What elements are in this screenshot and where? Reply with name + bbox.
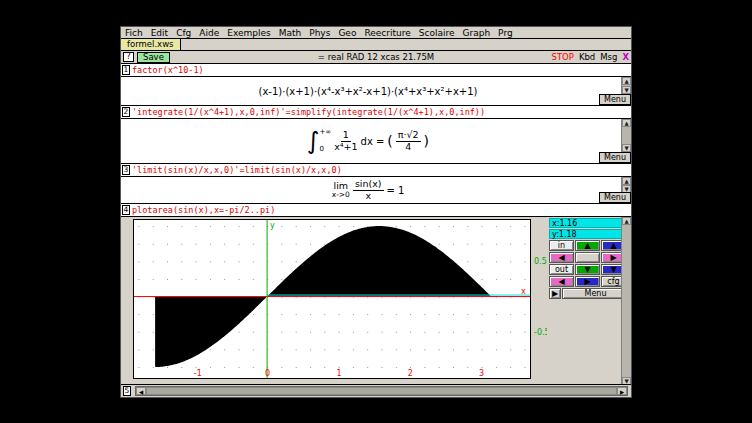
menu-graph[interactable]: Graph (463, 28, 491, 38)
entry-2-menu-button[interactable]: Menu (599, 152, 631, 163)
limit-expression: lim x->0 (332, 181, 350, 199)
limit-numerator: sin(x) (353, 179, 384, 191)
scroll-up-icon[interactable]: ▲ (622, 177, 631, 185)
entry-4-input[interactable]: plotarea(sin(x),x=-pi/2..pi) (132, 205, 275, 215)
menu-math[interactable]: Math (279, 28, 302, 38)
menu-prg[interactable]: Prg (498, 28, 513, 38)
equals-sign: = (387, 185, 395, 196)
integrand-fraction: 1 x⁴+1 (334, 130, 357, 153)
cursor-y-readout: y:1.18 (549, 229, 629, 239)
menu-geo[interactable]: Geo (338, 28, 356, 38)
cursor-x-readout: x:1.16 (549, 218, 629, 228)
entry-1-scrollbar[interactable]: ▲ ▼ (621, 77, 631, 94)
animate-button[interactable]: ▶ (549, 288, 561, 299)
right-paren: ) (424, 133, 429, 149)
menu-edit[interactable]: Edit (151, 28, 168, 38)
menu-exemples[interactable]: Exemples (227, 28, 270, 38)
toolbar-right-group: STOP Kbd Msg X (551, 52, 629, 62)
zoom-in-button[interactable]: in (549, 240, 574, 251)
svg-text:1: 1 (336, 369, 341, 378)
scroll-up-icon[interactable]: ▲ (622, 217, 631, 225)
result-fraction: π·√2 4 (396, 130, 421, 153)
pan-left-button[interactable]: ◀ (549, 252, 574, 263)
scroll-right-icon[interactable]: ▶ (617, 387, 627, 395)
entry-4-plot-block: -101230.5-0.5xy x:1.16 y:1.18 in ▲ ▲ ◀ ▶… (121, 216, 631, 384)
msg-button[interactable]: Msg (600, 52, 617, 62)
tab-bar: formel.xws (121, 39, 631, 51)
scroll-down-icon[interactable]: ▼ (622, 86, 631, 94)
pad-row-5: ▶ Menu (549, 288, 629, 299)
graph-menu-button[interactable]: Menu (562, 288, 629, 299)
scroll-thumb[interactable] (146, 387, 617, 395)
entry-2-result-block: ∫ +∞ 0 1 x⁴+1 dx = ( π·√2 4 ) (121, 118, 631, 164)
integrand-denominator: x⁴+1 (334, 142, 357, 153)
scroll-up-icon[interactable]: ▲ (622, 119, 631, 127)
menu-phys[interactable]: Phys (309, 28, 330, 38)
session-entries: 1 factor(x^10-1) (x-1)·(x+1)·(x⁴-x³+x²-x… (121, 64, 631, 384)
session-horizontal-scrollbar[interactable]: ◀ ▶ (135, 386, 628, 396)
pad-row-2: ◀ ▶ (549, 252, 629, 263)
stop-button[interactable]: STOP (551, 52, 573, 62)
entry-3-head: 3 'limit(sin(x)/x,x,0)'=limit(sin(x)/x,x… (121, 164, 631, 176)
close-button[interactable]: X (622, 52, 629, 62)
limit-denominator: x (365, 191, 371, 202)
menu-cfg[interactable]: Cfg (176, 28, 191, 38)
scroll-down-icon[interactable]: ▼ (622, 144, 631, 152)
svg-text:y: y (270, 221, 275, 230)
lim-approach: x->0 (332, 191, 350, 199)
menu-bar: Fich Edit Cfg Aide Exemples Math Phys Ge… (121, 27, 631, 39)
bottom-bar: 5 ◀ ▶ (121, 384, 631, 397)
scroll-track[interactable] (622, 225, 631, 377)
entry-4-scrollbar[interactable]: ▲ ▼ (621, 217, 631, 384)
svg-text:0: 0 (265, 369, 270, 378)
entry-1-input[interactable]: factor(x^10-1) (132, 65, 204, 75)
left-paren: ( (387, 133, 392, 149)
scroll-track[interactable] (622, 127, 631, 144)
xcas-window: Fich Edit Cfg Aide Exemples Math Phys Ge… (120, 26, 632, 398)
pan-up-button[interactable]: ▲ (575, 240, 600, 251)
menu-reecriture[interactable]: Reecriture (364, 28, 410, 38)
entry-2-number[interactable]: 2 (122, 107, 130, 117)
entry-1-number[interactable]: 1 (122, 65, 130, 75)
menu-scolaire[interactable]: Scolaire (419, 28, 455, 38)
result-denominator: 4 (405, 142, 411, 153)
next-entry-number[interactable]: 5 (123, 386, 131, 396)
kbd-button[interactable]: Kbd (579, 52, 595, 62)
menu-fich[interactable]: Fich (125, 28, 143, 38)
tab-formel-xws[interactable]: formel.xws (121, 39, 181, 50)
svg-text:-0.5: -0.5 (534, 328, 547, 337)
entry-3-number[interactable]: 3 (122, 165, 130, 175)
integral-sign: ∫ (307, 130, 320, 152)
entry-1-result-block: (x-1)·(x+1)·(x⁴-x³+x²-x+1)·(x⁴+x³+x²+x+1… (121, 76, 631, 106)
scroll-down-icon[interactable]: ▼ (622, 377, 631, 384)
save-button[interactable]: Save (137, 52, 170, 63)
svg-text:x: x (521, 287, 526, 296)
entry-3-menu-button[interactable]: Menu (599, 192, 631, 203)
limit-value: 1 (398, 185, 404, 196)
zoom-out-button[interactable]: out (549, 264, 574, 275)
plot-canvas[interactable]: -101230.5-0.5xy (133, 219, 547, 383)
graph-control-panel: x:1.16 y:1.18 in ▲ ▲ ◀ ▶ out ▼ ▼ (549, 218, 629, 299)
integral-upper-bound: +∞ (319, 129, 331, 136)
integral-lower-bound: 0 (319, 146, 331, 153)
result-numerator: π·√2 (396, 130, 421, 142)
rotate-right-button[interactable]: ▶ (575, 276, 600, 287)
menu-aide[interactable]: Aide (199, 28, 219, 38)
entry-2-input[interactable]: 'integrate(1/(x^4+1),x,0,inf)'=simplify(… (132, 107, 485, 117)
scroll-left-icon[interactable]: ◀ (136, 387, 146, 395)
entry-2-result: ∫ +∞ 0 1 x⁴+1 dx = ( π·√2 4 ) (121, 119, 615, 163)
entry-2-scrollbar[interactable]: ▲ ▼ (621, 119, 631, 152)
entry-3-scrollbar[interactable]: ▲ ▼ (621, 177, 631, 192)
entry-4-head: 4 plotarea(sin(x),x=-pi/2..pi) (121, 204, 631, 216)
rotate-left-button[interactable]: ◀ (549, 276, 574, 287)
entry-1-head: 1 factor(x^10-1) (121, 64, 631, 76)
scroll-up-icon[interactable]: ▲ (622, 77, 631, 85)
pan-down-button[interactable]: ▼ (575, 264, 600, 275)
equals-sign: = (376, 136, 384, 147)
entry-3-result-block: lim x->0 sin(x) x = 1 ▲ ▼ Menu (121, 176, 631, 204)
entry-4-number[interactable]: 4 (122, 205, 130, 215)
help-button[interactable]: ? (123, 52, 134, 62)
pad-center-button[interactable] (575, 252, 600, 263)
entry-3-input[interactable]: 'limit(sin(x)/x,x,0)'=limit(sin(x)/x,x,0… (132, 165, 342, 175)
entry-1-menu-button[interactable]: Menu (599, 94, 631, 105)
